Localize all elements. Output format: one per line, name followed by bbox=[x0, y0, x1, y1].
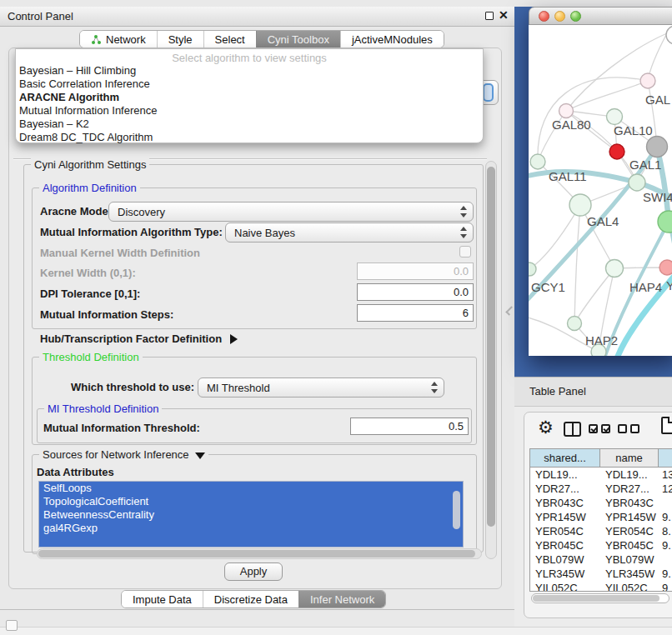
dropdown-item[interactable]: Bayesian – K2 bbox=[16, 118, 483, 131]
checked-checkbox-icon[interactable] bbox=[601, 424, 610, 433]
aracne-mode-combo[interactable]: Discovery bbox=[108, 202, 474, 222]
manual-kernel-checkbox[interactable] bbox=[459, 246, 471, 258]
table-cell: 9. bbox=[659, 538, 672, 552]
close-icon[interactable]: ✕ bbox=[499, 8, 509, 22]
mi-steps-field[interactable]: 6 bbox=[357, 304, 474, 322]
table-row[interactable]: YBL079WYBL079W bbox=[530, 552, 672, 567]
control-panel-title: Control Panel bbox=[8, 10, 73, 22]
dpi-tolerance-field[interactable]: 0.0 bbox=[357, 283, 474, 301]
network-node[interactable] bbox=[659, 260, 672, 275]
mi-threshold-label: Mutual Information Threshold: bbox=[43, 422, 200, 434]
dropdown-item[interactable]: Dream8 DC_TDC Algorithm bbox=[16, 131, 483, 144]
aracne-mode-value: Discovery bbox=[118, 206, 165, 218]
network-window-titlebar[interactable] bbox=[529, 7, 672, 25]
tab-cyni-toolbox[interactable]: Cyni Toolbox bbox=[256, 31, 340, 48]
table-row[interactable]: YLR345WYLR345W9. bbox=[530, 567, 672, 581]
node-label: GAL10 bbox=[614, 123, 653, 138]
tab-infer-network[interactable]: Infer Network bbox=[298, 591, 385, 608]
algorithm-definition-title: Algorithm Definition bbox=[39, 182, 140, 194]
table-row[interactable]: YDR27...YDR27...12 bbox=[530, 482, 672, 496]
mi-threshold-definition-title: MI Threshold Definition bbox=[44, 402, 162, 415]
network-node[interactable] bbox=[607, 109, 623, 125]
minimize-traffic-light-icon[interactable] bbox=[554, 11, 565, 22]
table-cell: YBR043C bbox=[530, 496, 600, 510]
table-header-row: shared... name A bbox=[530, 449, 672, 468]
attribute-list-item[interactable]: TopologicalCoefficient bbox=[39, 495, 463, 508]
network-node[interactable] bbox=[658, 211, 672, 232]
combo-focus-stepper[interactable] bbox=[483, 83, 494, 102]
column-header-partial[interactable]: A bbox=[659, 449, 672, 468]
attribute-list-item[interactable]: gal4RGexp bbox=[39, 522, 463, 535]
table-cell: YPR145W bbox=[600, 510, 659, 524]
attributes-scrollbar-thumb[interactable] bbox=[453, 491, 460, 529]
table-horizontal-scrollbar-thumb[interactable] bbox=[533, 595, 659, 602]
sources-title[interactable]: Sources for Network Inference bbox=[39, 448, 208, 461]
dropdown-item[interactable]: ARACNE Algorithm bbox=[16, 91, 483, 104]
mi-threshold-field[interactable]: 0.5 bbox=[350, 418, 469, 435]
control-panel-titlebar[interactable]: Control Panel bbox=[0, 7, 515, 27]
network-node[interactable] bbox=[640, 73, 655, 88]
dropdown-item[interactable]: Mutual Information Inference bbox=[16, 104, 483, 118]
network-canvas[interactable]: GALGAL80GAL10GAL1GAL11SWI4GAL4GCY1HAP4YH… bbox=[529, 25, 672, 356]
hub-definition-expander[interactable]: Hub/Transcription Factor Definition bbox=[40, 332, 238, 345]
column-header-shared-name[interactable]: shared... bbox=[530, 449, 600, 468]
settings-horizontal-scrollbar-thumb[interactable] bbox=[38, 550, 475, 558]
table-row[interactable]: YER054CYER054C8. bbox=[530, 524, 672, 538]
unchecked-checkbox-icon[interactable] bbox=[618, 424, 627, 433]
dropdown-item[interactable]: Bayesian – Hill Climbing bbox=[16, 64, 483, 78]
unchecked-checkbox-icon[interactable] bbox=[630, 424, 639, 433]
tab-select[interactable]: Select bbox=[203, 31, 256, 48]
table-panel-titlebar[interactable]: Table Panel bbox=[514, 377, 672, 407]
network-node[interactable] bbox=[609, 144, 624, 159]
checked-checkbox-icon[interactable] bbox=[589, 424, 598, 433]
float-window-icon[interactable] bbox=[485, 12, 494, 20]
zoom-traffic-light-icon[interactable] bbox=[570, 11, 581, 22]
column-header-name[interactable]: name bbox=[600, 449, 659, 468]
table-cell: YER054C bbox=[600, 524, 659, 538]
table-row[interactable]: YIL052CYIL052C9 bbox=[530, 581, 672, 591]
data-attributes-label: Data Attributes bbox=[37, 466, 114, 478]
attribute-list-item[interactable]: SelfLoops bbox=[39, 482, 463, 495]
network-node[interactable] bbox=[568, 317, 582, 331]
document-icon[interactable] bbox=[661, 417, 672, 434]
threshold-definition-title: Threshold Definition bbox=[39, 351, 143, 363]
tab-discretize-data[interactable]: Discretize Data bbox=[203, 591, 298, 608]
table-cell bbox=[659, 496, 672, 510]
kernel-width-field[interactable]: 0.0 bbox=[357, 262, 474, 280]
dropdown-item[interactable]: Basic Correlation Inference bbox=[16, 78, 483, 91]
network-node[interactable] bbox=[606, 260, 624, 278]
gear-icon[interactable]: ⚙ bbox=[538, 418, 554, 438]
table-cell: YBR045C bbox=[600, 538, 659, 552]
network-node[interactable] bbox=[569, 194, 591, 216]
close-traffic-light-icon[interactable] bbox=[539, 11, 549, 22]
table-row[interactable]: YDL19...YDL19...13 bbox=[530, 468, 672, 482]
network-node[interactable] bbox=[647, 137, 668, 158]
network-node[interactable] bbox=[530, 154, 545, 169]
mi-type-combo[interactable]: Naive Bayes bbox=[225, 222, 474, 242]
table-cell: 13 bbox=[659, 468, 672, 482]
node-label: GAL11 bbox=[549, 169, 587, 183]
settings-vertical-scrollbar-thumb[interactable] bbox=[487, 167, 495, 527]
network-node[interactable] bbox=[666, 26, 672, 44]
attribute-list-item[interactable]: BetweennessCentrality bbox=[39, 508, 463, 522]
table-row[interactable]: YBR045CYBR045C9. bbox=[530, 538, 672, 552]
node-label: GCY1 bbox=[531, 280, 565, 294]
table-row[interactable]: YPR145WYPR145W9. bbox=[530, 510, 672, 524]
table-cell: 8. bbox=[659, 524, 672, 538]
tab-network[interactable]: Network bbox=[80, 31, 157, 48]
tab-style[interactable]: Style bbox=[157, 31, 203, 48]
column-browser-icon[interactable] bbox=[564, 422, 581, 437]
data-attributes-list[interactable]: SelfLoopsTopologicalCoefficientBetweenne… bbox=[38, 481, 464, 548]
mi-steps-label: Mutual Information Steps: bbox=[40, 308, 173, 321]
which-threshold-combo[interactable]: MI Threshold bbox=[198, 378, 444, 398]
network-node[interactable] bbox=[529, 262, 536, 276]
collapsed-panel-icon[interactable] bbox=[6, 620, 18, 631]
apply-button[interactable]: Apply bbox=[224, 562, 283, 581]
tab-jactivemnodules[interactable]: jActiveMNodules bbox=[340, 31, 444, 48]
network-node[interactable] bbox=[629, 174, 645, 191]
tab-impute-data[interactable]: Impute Data bbox=[122, 591, 203, 608]
table-row[interactable]: YBR043CYBR043C bbox=[530, 496, 672, 510]
network-node[interactable] bbox=[559, 104, 574, 118]
node-label: GAL80 bbox=[552, 118, 591, 132]
algorithm-dropdown-items: Bayesian – Hill ClimbingBasic Correlatio… bbox=[16, 64, 483, 144]
